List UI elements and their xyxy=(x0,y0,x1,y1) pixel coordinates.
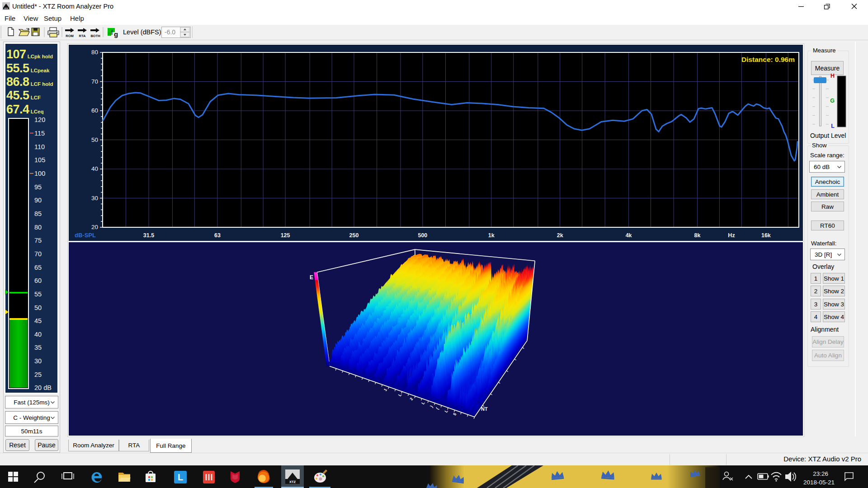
svg-text:g: g xyxy=(114,30,118,38)
svg-text:120: 120 xyxy=(34,116,45,123)
svg-text:L: L xyxy=(831,123,835,129)
svg-text:L: L xyxy=(178,472,183,482)
svg-text:50: 50 xyxy=(34,304,42,311)
svg-text:115: 115 xyxy=(34,130,45,137)
svg-text:16k: 16k xyxy=(761,232,771,239)
svg-text:45: 45 xyxy=(34,317,42,324)
svg-text:L: L xyxy=(443,408,449,413)
svg-text:85: 85 xyxy=(34,210,42,217)
svg-text:L: L xyxy=(420,400,426,405)
svg-text:20: 20 xyxy=(91,224,98,230)
svg-text:30: 30 xyxy=(91,195,98,202)
svg-text:40: 40 xyxy=(91,165,98,172)
svg-text:250: 250 xyxy=(349,232,359,239)
svg-text:2k: 2k xyxy=(557,232,563,239)
svg-text:63: 63 xyxy=(214,232,221,239)
svg-text:60: 60 xyxy=(34,277,42,284)
svg-text:E: E xyxy=(310,274,313,281)
svg-text:1k: 1k xyxy=(488,232,495,239)
svg-text:40: 40 xyxy=(34,331,42,338)
svg-text:G: G xyxy=(830,98,835,104)
svg-text:Hz: Hz xyxy=(728,232,735,239)
svg-text:55: 55 xyxy=(34,291,42,298)
svg-text:H: H xyxy=(830,73,835,79)
svg-text:100: 100 xyxy=(34,170,45,177)
svg-text:35: 35 xyxy=(34,344,42,351)
svg-text:dB-SPL: dB-SPL xyxy=(75,232,96,239)
svg-text:80: 80 xyxy=(34,224,42,231)
svg-text:8k: 8k xyxy=(694,232,701,239)
svg-text:25: 25 xyxy=(34,371,42,378)
svg-text:60: 60 xyxy=(91,107,98,114)
svg-text:50: 50 xyxy=(91,136,98,143)
svg-text:31.5: 31.5 xyxy=(143,232,154,239)
svg-text:ROM: ROM xyxy=(66,34,74,38)
svg-text:500: 500 xyxy=(418,232,427,239)
svg-text:110: 110 xyxy=(34,143,45,150)
svg-text:75: 75 xyxy=(34,237,42,244)
svg-text:23:26: 23:26 xyxy=(813,470,828,477)
svg-text:): ) xyxy=(429,404,434,408)
svg-text:70: 70 xyxy=(91,78,98,85)
svg-text:XTZ: XTZ xyxy=(289,480,296,484)
svg-text:2: 2 xyxy=(409,397,414,401)
svg-text:NT: NT xyxy=(481,406,488,412)
svg-text:5: 5 xyxy=(453,412,458,417)
svg-text:80: 80 xyxy=(91,49,98,56)
svg-text:95: 95 xyxy=(34,183,42,191)
svg-text:BOTH: BOTH xyxy=(90,34,100,38)
svg-text:XTZ: XTZ xyxy=(5,7,8,9)
svg-text:4k: 4k xyxy=(626,232,632,239)
svg-text:1: 1 xyxy=(383,388,388,392)
svg-text:90: 90 xyxy=(34,197,42,204)
svg-text:30: 30 xyxy=(34,357,42,365)
svg-text:RTA: RTA xyxy=(79,34,86,38)
svg-text:70: 70 xyxy=(34,250,42,258)
svg-text:Distance: 0.96m: Distance: 0.96m xyxy=(741,56,795,63)
svg-text:(: ( xyxy=(435,407,439,410)
svg-text:2018-05-21: 2018-05-21 xyxy=(803,479,835,486)
svg-text:125: 125 xyxy=(281,232,290,239)
svg-text:65: 65 xyxy=(34,264,42,271)
svg-text:105: 105 xyxy=(34,156,45,164)
svg-text:20 dB: 20 dB xyxy=(34,384,52,391)
